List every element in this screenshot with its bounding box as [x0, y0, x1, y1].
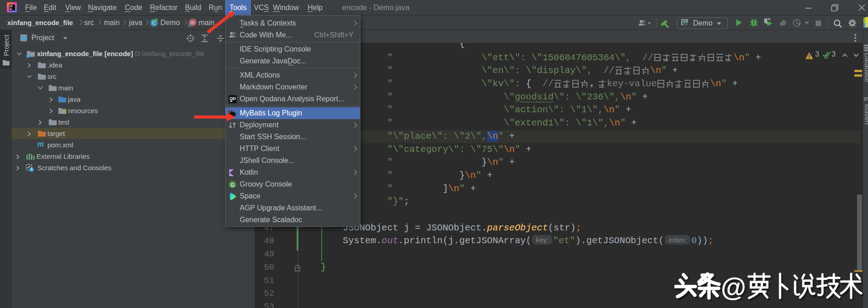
svg-text:G: G — [231, 182, 235, 188]
svg-text:C: C — [152, 20, 156, 26]
svg-text:m: m — [190, 20, 195, 25]
svg-text:QD: QD — [230, 96, 236, 101]
svg-text:IJ: IJ — [10, 5, 12, 8]
